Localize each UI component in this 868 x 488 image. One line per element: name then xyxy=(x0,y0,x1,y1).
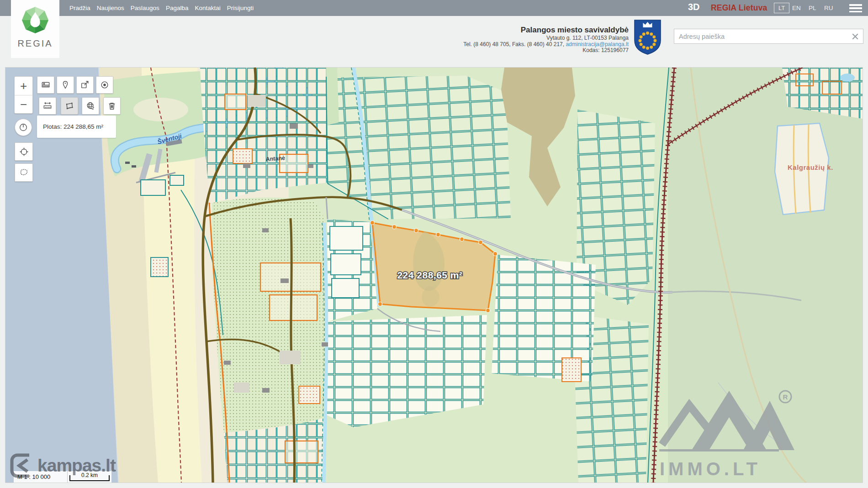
municipality-info: Palangos miesto savivaldybė Vytauto g. 1… xyxy=(463,25,629,54)
nav-item-naujienos[interactable]: Naujienos xyxy=(97,5,124,11)
nav-item-pradzia[interactable]: Pradžia xyxy=(69,5,90,11)
map-image: 224 288,65 m² Šventoji Antanė Kalgraužių… xyxy=(5,68,863,483)
nav-item-kontaktai[interactable]: Kontaktai xyxy=(195,5,220,11)
locate-me-button[interactable] xyxy=(15,142,33,161)
full-extent-button[interactable] xyxy=(15,163,33,182)
area-measurement-label: 224 288,65 m² xyxy=(397,270,462,280)
marker-button[interactable] xyxy=(57,76,74,94)
measure-area-button[interactable] xyxy=(61,97,78,115)
globe-cursor-icon xyxy=(86,101,95,110)
area-measure-icon xyxy=(65,101,74,110)
regia-logo-text: REGIA xyxy=(17,38,53,49)
lithuania-outline-icon xyxy=(19,168,29,178)
nav-item-pagalba[interactable]: Pagalba xyxy=(166,5,189,11)
main-menu: Pradžia Naujienos Paslaugos Pagalba Kont… xyxy=(69,0,254,16)
zoom-in-button[interactable]: + xyxy=(15,77,32,95)
menu-icon[interactable] xyxy=(849,4,862,12)
area-result-panel: Plotas: 224 288,65 m² xyxy=(37,115,116,138)
search-input[interactable] xyxy=(674,29,863,43)
registered-letter: R xyxy=(783,393,788,401)
distance-icon xyxy=(43,101,52,110)
trash-icon xyxy=(107,101,116,110)
crosshair-icon xyxy=(19,147,29,157)
regia-gem-icon xyxy=(21,5,49,36)
measure-tape-button[interactable] xyxy=(37,76,54,94)
view-3d-button[interactable]: 3D xyxy=(688,2,700,12)
municipality-phone: Tel. (8 460) 48 705, Faks. (8 460) 40 21… xyxy=(463,41,566,47)
record-icon xyxy=(100,80,109,89)
street-label: Antanė xyxy=(265,155,285,163)
immo-watermark-text: IMMO.LT xyxy=(660,459,761,479)
measure-tape-icon xyxy=(41,80,50,89)
nav-item-paslaugos[interactable]: Paslaugos xyxy=(131,5,159,11)
village-label: Kalgraužių k. xyxy=(788,163,833,171)
lang-ru[interactable]: RU xyxy=(824,5,833,11)
municipality-contacts: Tel. (8 460) 48 705, Faks. (8 460) 40 21… xyxy=(463,42,629,48)
record-location-button[interactable] xyxy=(96,76,113,94)
top-nav-bar: Pradžia Naujienos Paslaugos Pagalba Kont… xyxy=(0,0,868,16)
export-button[interactable] xyxy=(76,76,94,94)
regia-logo[interactable]: REGIA xyxy=(11,0,59,58)
lang-lt-active[interactable]: LT xyxy=(774,3,789,13)
scale-bar: 0.2 km xyxy=(68,471,111,483)
nav-item-prisijungti[interactable]: Prisijungti xyxy=(227,5,254,11)
globe-select-button[interactable] xyxy=(82,97,99,115)
marker-icon xyxy=(61,80,70,89)
municipality-email-link[interactable]: administracija@palanga.lt xyxy=(566,41,629,47)
lang-en[interactable]: EN xyxy=(792,5,801,11)
lang-pl[interactable]: PL xyxy=(809,5,816,11)
scale-ratio-text: M 1 : 10 000 xyxy=(17,473,50,480)
area-result-text: Plotas: 224 288,65 m² xyxy=(43,123,103,130)
zoom-out-button[interactable]: − xyxy=(15,95,32,114)
brand-regia-lietuva[interactable]: REGIA Lietuva xyxy=(711,3,767,13)
address-search xyxy=(674,29,863,44)
coat-of-arms xyxy=(633,19,662,55)
export-icon xyxy=(80,80,90,89)
scale-bar-text: 0.2 km xyxy=(68,472,111,478)
clock-icon xyxy=(19,123,28,132)
close-icon[interactable] xyxy=(852,33,859,40)
municipality-title: Palangos miesto savivaldybė xyxy=(463,25,629,35)
municipality-code: Kodas: 125196077 xyxy=(463,47,629,54)
map-canvas[interactable]: 224 288,65 m² Šventoji Antanė Kalgraužių… xyxy=(5,68,863,483)
history-button[interactable] xyxy=(15,119,32,136)
municipality-address: Vytauto g. 112, LT-00153 Palanga xyxy=(463,35,629,42)
measure-distance-button[interactable] xyxy=(39,97,56,115)
zoom-control: + − xyxy=(14,76,33,114)
scale-ratio: M 1 : 10 000 xyxy=(14,471,67,483)
delete-measurement-button[interactable] xyxy=(103,97,121,115)
